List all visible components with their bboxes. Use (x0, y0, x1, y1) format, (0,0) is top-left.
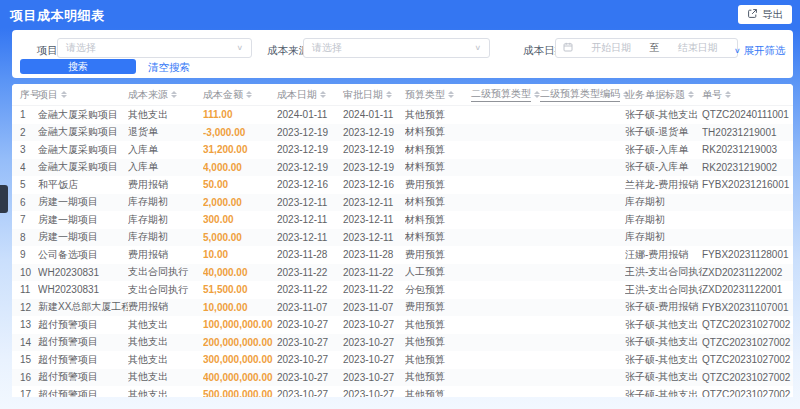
cell: 其他预算 (405, 108, 471, 122)
chevron-down-icon: ∨ (474, 44, 481, 52)
cell: 2023-10-27 (343, 319, 405, 330)
table-row[interactable]: 4金融大厦采购项目入库单4,000.002023-12-192023-12-19… (12, 159, 793, 177)
column-header-2[interactable]: 成本来源 (128, 88, 203, 102)
table-row[interactable]: 1金融大厦采购项目其他支出111.002024-01-112024-01-11其… (12, 106, 793, 124)
column-header-1[interactable]: 项目 (38, 88, 128, 102)
table-row[interactable]: 9公司备选项目费用报销10.002023-11-282023-11-28费用预算… (12, 246, 793, 264)
date-end-placeholder: 结束日期 (666, 41, 731, 55)
search-button[interactable]: 搜索 (20, 59, 136, 74)
column-label: 成本日期 (277, 88, 317, 102)
cell: 4,000.00 (203, 162, 277, 173)
cell: 张子硕-其他支出 (625, 335, 702, 349)
cell: 其他支出 (128, 108, 203, 122)
cell: 库存期初 (128, 213, 203, 227)
cell: 4 (20, 162, 38, 173)
column-label: 预算类型 (405, 88, 445, 102)
cell: 房建一期项目 (38, 213, 128, 227)
cell: 汪娜-费用报销 (625, 248, 702, 262)
cell: 房建一期项目 (38, 195, 128, 209)
cell: 张子硕-其他支出 (625, 108, 702, 122)
cell: 10,000.00 (203, 302, 277, 313)
cell: 10 (20, 267, 38, 278)
column-header-4[interactable]: 成本日期 (277, 88, 343, 102)
table-row[interactable]: 14超付预警项目其他支出200,000,000.002023-10-272023… (12, 334, 793, 352)
cell: 200,000,000.00 (203, 337, 277, 348)
table-row[interactable]: 8房建一期项目库存期初5,000.002023-12-112023-12-11材… (12, 229, 793, 247)
table-row[interactable]: 6房建一期项目库存期初2,000.002023-12-112023-12-11材… (12, 194, 793, 212)
cell: 超付预警项目 (38, 335, 128, 349)
cost-source-select[interactable]: 请选择 ∨ (303, 38, 490, 58)
cell: 2023-11-22 (277, 284, 343, 295)
column-header-5[interactable]: 审批日期 (343, 88, 405, 102)
table-row[interactable]: 7房建一期项目库存期初300.002023-12-112023-12-11材料预… (12, 211, 793, 229)
sort-caret-icon[interactable] (688, 91, 694, 98)
cell: 人工预算 (405, 265, 471, 279)
column-header-3[interactable]: 成本金额 (203, 88, 277, 102)
export-button[interactable]: 导出 (738, 5, 792, 24)
cell: 超付预警项目 (38, 370, 128, 384)
column-header-8[interactable]: 二级预算类型编码 (540, 87, 625, 103)
cell: RK20231219003 (702, 144, 793, 155)
cell: 公司备选项目 (38, 248, 128, 262)
cell: 16 (20, 372, 38, 383)
column-header-10[interactable]: 单号 (702, 88, 793, 102)
cell: 其他支出 (128, 335, 203, 349)
cell: 3 (20, 144, 38, 155)
cell: 2023-11-22 (343, 284, 405, 295)
cell: 2023-12-19 (277, 162, 343, 173)
cell: 2023-12-16 (277, 179, 343, 190)
sort-caret-icon[interactable] (246, 91, 252, 98)
cell: 40,000.00 (203, 267, 277, 278)
cell: 库存期初 (625, 213, 702, 227)
calendar-icon (563, 42, 573, 54)
cell: FYBX20231216001 (702, 179, 793, 190)
cell: 7 (20, 214, 38, 225)
cell: 2024-01-11 (277, 109, 343, 120)
table-row[interactable]: 17超付预警项目其他支出500,000,000.002023-10-272023… (12, 386, 793, 397)
cell: 张子硕-其他支出 (625, 388, 702, 397)
cell: 其他支出 (128, 370, 203, 384)
clear-search-link[interactable]: 清空搜索 (148, 61, 190, 75)
column-header-6[interactable]: 预算类型 (405, 88, 471, 102)
cell: 2023-10-27 (343, 354, 405, 365)
cell: 2023-12-19 (343, 127, 405, 138)
table-row[interactable]: 12新建XX总部大厦工程二期费用报销10,000.002023-11-07202… (12, 299, 793, 317)
table-row[interactable]: 10WH20230831支出合同执行40,000.002023-11-22202… (12, 264, 793, 282)
date-start-placeholder: 开始日期 (579, 41, 644, 55)
sort-caret-icon[interactable] (320, 91, 326, 98)
cell: 2023-10-27 (277, 372, 343, 383)
cell: 张子硕-入库单 (625, 143, 702, 157)
sort-caret-icon[interactable] (448, 91, 454, 98)
sort-caret-icon[interactable] (171, 91, 177, 98)
cell: 100,000,000.00 (203, 319, 277, 330)
cell: RK20231219002 (702, 162, 793, 173)
cell: 新建XX总部大厦工程二期 (38, 300, 128, 314)
cell: 300,000,000.00 (203, 354, 277, 365)
table-row[interactable]: 11WH20230831支出合同执行51,500.002023-11-22202… (12, 281, 793, 299)
cell: 2023-12-11 (277, 214, 343, 225)
expand-filters-link[interactable]: ∨ 展开筛选 (734, 44, 786, 58)
table-row[interactable]: 13超付预警项目其他支出100,000,000.002023-10-272023… (12, 316, 793, 334)
project-select[interactable]: 请选择 ∨ (57, 38, 252, 58)
table-row[interactable]: 5和平饭店费用报销50.002023-12-162023-12-16费用预算兰祥… (12, 176, 793, 194)
expand-filters-label: 展开筛选 (744, 44, 786, 58)
cell: 14 (20, 337, 38, 348)
sort-caret-icon[interactable] (386, 91, 392, 98)
cell: 1 (20, 109, 38, 120)
cell: 2023-11-28 (343, 249, 405, 260)
table-row[interactable]: 3金融大厦采购项目入库单31,200.002023-12-192023-12-1… (12, 141, 793, 159)
column-label: 项目 (38, 88, 58, 102)
table-row[interactable]: 15超付预警项目其他支出300,000,000.002023-10-272023… (12, 351, 793, 369)
sort-caret-icon[interactable] (61, 91, 67, 98)
cell: 金融大厦采购项目 (38, 160, 128, 174)
table-row[interactable]: 2金融大厦采购项目退货单-3,000.002023-12-192023-12-1… (12, 124, 793, 142)
cell: QTZC20231027002 (702, 354, 793, 365)
cell: 张子硕-其他支出 (625, 370, 702, 384)
column-header-7[interactable]: 二级预算类型 (471, 87, 540, 103)
column-header-9[interactable]: 业务单据标题 (625, 88, 702, 102)
cell: 5 (20, 179, 38, 190)
sort-caret-icon[interactable] (725, 91, 731, 98)
cost-date-range-input[interactable]: 开始日期 至 结束日期 (555, 38, 738, 58)
side-drawer-handle[interactable] (0, 185, 8, 213)
table-row[interactable]: 16超付预警项目其他支出400,000,000.002023-10-272023… (12, 369, 793, 387)
